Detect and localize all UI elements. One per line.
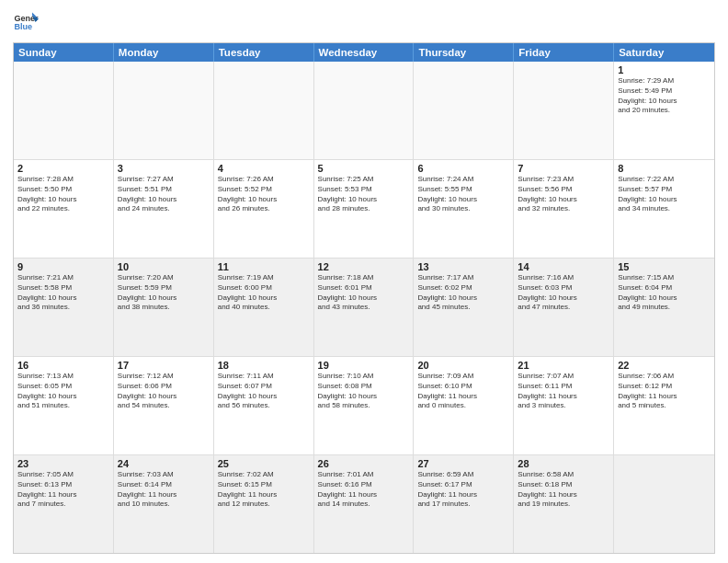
day-info: Sunrise: 7:05 AM Sunset: 6:13 PM Dayligh… [17,470,109,510]
day-info: Sunrise: 7:13 AM Sunset: 6:05 PM Dayligh… [17,372,109,411]
weekday-header: Tuesday [214,43,314,62]
weekday-header: Wednesday [314,43,415,62]
logo-icon: General Blue [13,9,39,35]
calendar-cell: 26Sunrise: 7:01 AM Sunset: 6:16 PM Dayli… [314,455,415,553]
day-info: Sunrise: 7:20 AM Sunset: 5:59 PM Dayligh… [118,273,210,313]
day-info: Sunrise: 7:18 AM Sunset: 6:01 PM Dayligh… [318,273,410,313]
calendar-cell: 4Sunrise: 7:26 AM Sunset: 5:52 PM Daylig… [214,160,314,258]
day-info: Sunrise: 6:58 AM Sunset: 6:18 PM Dayligh… [518,470,609,510]
day-number: 25 [218,458,310,469]
calendar-cell: 14Sunrise: 7:16 AM Sunset: 6:03 PM Dayli… [514,259,614,356]
day-number: 18 [218,360,310,371]
day-info: Sunrise: 7:06 AM Sunset: 6:12 PM Dayligh… [618,372,711,411]
calendar-cell [314,62,415,159]
day-number: 27 [417,458,509,469]
day-number: 12 [318,261,410,272]
calendar-cell: 9Sunrise: 7:21 AM Sunset: 5:58 PM Daylig… [14,259,114,356]
day-info: Sunrise: 7:28 AM Sunset: 5:50 PM Dayligh… [17,175,109,214]
day-number: 23 [17,458,109,469]
calendar-cell: 22Sunrise: 7:06 AM Sunset: 6:12 PM Dayli… [614,357,714,454]
day-number: 6 [417,163,509,174]
day-info: Sunrise: 6:59 AM Sunset: 6:17 PM Dayligh… [417,470,509,510]
day-info: Sunrise: 7:07 AM Sunset: 6:11 PM Dayligh… [518,372,609,411]
day-info: Sunrise: 7:10 AM Sunset: 6:08 PM Dayligh… [318,372,410,411]
day-number: 22 [618,360,711,371]
calendar-cell [514,62,614,159]
day-info: Sunrise: 7:29 AM Sunset: 5:49 PM Dayligh… [618,76,711,116]
day-info: Sunrise: 7:19 AM Sunset: 6:00 PM Dayligh… [218,273,310,313]
calendar-cell: 17Sunrise: 7:12 AM Sunset: 6:06 PM Dayli… [114,357,214,454]
calendar-row: 1Sunrise: 7:29 AM Sunset: 5:49 PM Daylig… [14,62,714,159]
calendar-cell [414,62,514,159]
calendar-cell: 24Sunrise: 7:03 AM Sunset: 6:14 PM Dayli… [114,455,214,553]
day-number: 16 [17,360,109,371]
calendar-cell: 8Sunrise: 7:22 AM Sunset: 5:57 PM Daylig… [614,160,714,258]
day-number: 28 [518,458,609,469]
calendar-cell: 28Sunrise: 6:58 AM Sunset: 6:18 PM Dayli… [514,455,614,553]
day-number: 7 [518,163,609,174]
calendar-cell [214,62,314,159]
day-number: 24 [118,458,210,469]
calendar-cell [614,455,714,553]
calendar-cell [14,62,114,159]
calendar-cell: 16Sunrise: 7:13 AM Sunset: 6:05 PM Dayli… [14,357,114,454]
day-number: 11 [218,261,310,272]
calendar-cell: 20Sunrise: 7:09 AM Sunset: 6:10 PM Dayli… [414,357,514,454]
day-number: 13 [417,261,509,272]
calendar-cell: 27Sunrise: 6:59 AM Sunset: 6:17 PM Dayli… [414,455,514,553]
logo: General Blue [13,9,39,35]
day-info: Sunrise: 7:17 AM Sunset: 6:02 PM Dayligh… [417,273,509,313]
calendar-cell: 23Sunrise: 7:05 AM Sunset: 6:13 PM Dayli… [14,455,114,553]
day-number: 15 [618,261,711,272]
calendar-cell: 15Sunrise: 7:15 AM Sunset: 6:04 PM Dayli… [614,259,714,356]
svg-text:Blue: Blue [14,22,32,31]
day-number: 20 [417,360,509,371]
day-info: Sunrise: 7:25 AM Sunset: 5:53 PM Dayligh… [318,175,410,214]
calendar-row: 16Sunrise: 7:13 AM Sunset: 6:05 PM Dayli… [14,356,714,454]
weekday-header: Monday [114,43,214,62]
day-info: Sunrise: 7:03 AM Sunset: 6:14 PM Dayligh… [118,470,210,510]
calendar-row: 9Sunrise: 7:21 AM Sunset: 5:58 PM Daylig… [14,258,714,356]
weekday-header: Thursday [414,43,514,62]
calendar-cell: 18Sunrise: 7:11 AM Sunset: 6:07 PM Dayli… [214,357,314,454]
calendar: SundayMondayTuesdayWednesdayThursdayFrid… [13,42,715,554]
day-info: Sunrise: 7:12 AM Sunset: 6:06 PM Dayligh… [118,372,210,411]
day-number: 14 [518,261,609,272]
calendar-cell: 3Sunrise: 7:27 AM Sunset: 5:51 PM Daylig… [114,160,214,258]
day-number: 3 [118,163,210,174]
day-info: Sunrise: 7:09 AM Sunset: 6:10 PM Dayligh… [417,372,509,411]
day-number: 21 [518,360,609,371]
day-number: 8 [618,163,711,174]
weekday-header: Sunday [14,43,114,62]
calendar-cell: 10Sunrise: 7:20 AM Sunset: 5:59 PM Dayli… [114,259,214,356]
day-info: Sunrise: 7:26 AM Sunset: 5:52 PM Dayligh… [218,175,310,214]
day-info: Sunrise: 7:02 AM Sunset: 6:15 PM Dayligh… [218,470,310,510]
calendar-row: 23Sunrise: 7:05 AM Sunset: 6:13 PM Dayli… [14,454,714,553]
day-number: 19 [318,360,410,371]
calendar-cell: 6Sunrise: 7:24 AM Sunset: 5:55 PM Daylig… [414,160,514,258]
calendar-body: 1Sunrise: 7:29 AM Sunset: 5:49 PM Daylig… [14,62,714,553]
day-number: 9 [17,261,109,272]
calendar-cell: 13Sunrise: 7:17 AM Sunset: 6:02 PM Dayli… [414,259,514,356]
day-info: Sunrise: 7:22 AM Sunset: 5:57 PM Dayligh… [618,175,711,214]
header: General Blue [13,9,715,35]
day-number: 4 [218,163,310,174]
day-info: Sunrise: 7:16 AM Sunset: 6:03 PM Dayligh… [518,273,609,313]
day-info: Sunrise: 7:15 AM Sunset: 6:04 PM Dayligh… [618,273,711,313]
calendar-cell: 2Sunrise: 7:28 AM Sunset: 5:50 PM Daylig… [14,160,114,258]
day-info: Sunrise: 7:27 AM Sunset: 5:51 PM Dayligh… [118,175,210,214]
day-info: Sunrise: 7:21 AM Sunset: 5:58 PM Dayligh… [17,273,109,313]
page: General Blue SundayMondayTuesdayWednesda… [0,0,728,563]
day-info: Sunrise: 7:24 AM Sunset: 5:55 PM Dayligh… [417,175,509,214]
weekday-header: Friday [514,43,614,62]
day-number: 10 [118,261,210,272]
day-info: Sunrise: 7:01 AM Sunset: 6:16 PM Dayligh… [318,470,410,510]
calendar-cell: 7Sunrise: 7:23 AM Sunset: 5:56 PM Daylig… [514,160,614,258]
day-info: Sunrise: 7:11 AM Sunset: 6:07 PM Dayligh… [218,372,310,411]
day-number: 1 [618,64,711,75]
day-number: 26 [318,458,410,469]
day-number: 17 [118,360,210,371]
calendar-cell: 11Sunrise: 7:19 AM Sunset: 6:00 PM Dayli… [214,259,314,356]
calendar-header: SundayMondayTuesdayWednesdayThursdayFrid… [14,43,714,62]
weekday-header: Saturday [614,43,714,62]
